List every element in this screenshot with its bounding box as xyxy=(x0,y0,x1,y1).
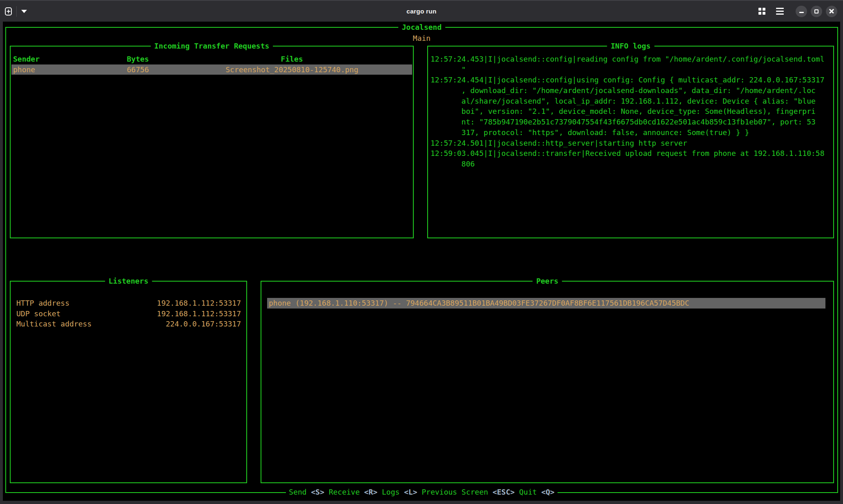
info-logs-panel: INFO logs 12:57:24.453|I|jocalsend::conf… xyxy=(427,46,834,238)
log-line: 12:57:24.453|I|jocalsend::config|reading… xyxy=(430,54,833,64)
log-line: 12:57:24.454|I|jocalsend::config|using c… xyxy=(430,75,833,85)
titlebar: cargo run xyxy=(0,0,843,22)
listeners-list: HTTP address 192.168.1.112:53317 UDP soc… xyxy=(11,282,246,329)
log-lines: 12:57:24.453|I|jocalsend::config|reading… xyxy=(428,47,833,169)
previous-screen-action-label: Previous Screen xyxy=(422,488,488,496)
list-item: Multicast address 224.0.0.167:53317 xyxy=(16,319,241,329)
titlebar-left-controls xyxy=(5,1,27,22)
receive-key-hint: <R> xyxy=(364,488,378,496)
maximize-button[interactable] xyxy=(811,6,822,17)
titlebar-right-controls xyxy=(758,1,837,22)
close-icon xyxy=(829,9,834,14)
console-window: cargo run Jocalsend Main Send <S> Receiv… xyxy=(0,0,843,504)
listener-value: 192.168.1.112:53317 xyxy=(157,298,241,309)
window-title: cargo run xyxy=(406,8,436,15)
terminal-screen[interactable]: Jocalsend Main Send <S> Receive <R> Logs… xyxy=(0,22,843,501)
listener-value: 192.168.1.112:53317 xyxy=(157,309,241,319)
grid-icon xyxy=(758,8,765,15)
column-header-sender: Sender xyxy=(13,54,40,64)
tab-overview-button[interactable] xyxy=(758,8,776,15)
incoming-transfer-requests-panel: Incoming Transfer Requests Sender Bytes … xyxy=(10,46,414,238)
footer-keybar: Send <S> Receive <R> Logs <L> Previous S… xyxy=(6,487,837,497)
menu-button[interactable] xyxy=(776,8,792,15)
quit-key-hint: <Q> xyxy=(541,488,555,496)
window-edge-left xyxy=(0,22,3,504)
new-tab-button[interactable] xyxy=(5,7,12,16)
log-line: 806 xyxy=(430,159,833,169)
send-key-hint: <S> xyxy=(311,488,325,496)
log-line: 12:57:24.501|I|jocalsend::http_server|st… xyxy=(430,138,833,149)
minimize-button[interactable] xyxy=(796,6,807,17)
info-logs-panel-title: INFO logs xyxy=(607,41,654,51)
column-header-files: Files xyxy=(281,54,303,64)
log-line: al/share/jocalsend", local_ip_addr: 192.… xyxy=(430,96,833,107)
listener-label: UDP socket xyxy=(16,309,60,319)
maximize-icon xyxy=(814,9,818,13)
list-item: HTTP address 192.168.1.112:53317 xyxy=(16,298,241,309)
row-bytes-cell: 66756 xyxy=(127,64,149,75)
listener-value: 224.0.0.167:53317 xyxy=(166,319,241,329)
quit-action-label: Quit xyxy=(519,488,537,496)
incoming-table-header: Sender Bytes Files xyxy=(11,54,412,64)
titlebar-divider xyxy=(16,6,17,17)
listeners-panel-title: Listeners xyxy=(105,276,152,286)
listeners-panel: Listeners HTTP address 192.168.1.112:533… xyxy=(10,281,247,483)
column-header-bytes: Bytes xyxy=(127,54,149,64)
minimize-icon xyxy=(799,12,804,13)
log-line: nt: "785b947190e2b51c7379047554f43f6675d… xyxy=(430,117,833,127)
list-item: UDP socket 192.168.1.112:53317 xyxy=(16,309,241,319)
send-action-label: Send xyxy=(289,488,306,496)
app-title: Jocalsend xyxy=(398,22,446,33)
receive-action-label: Receive xyxy=(329,488,360,496)
log-line: boi", version: "2.1", device_model: None… xyxy=(430,106,833,117)
listener-label: HTTP address xyxy=(16,298,69,309)
chevron-down-icon xyxy=(21,10,27,13)
row-files-cell: Screenshot_20250810-125740.png xyxy=(225,64,358,75)
row-sender-cell: phone xyxy=(13,64,35,75)
log-line: " xyxy=(430,64,833,75)
window-edge-right xyxy=(840,22,843,504)
list-item[interactable]: phone (192.168.1.110:53317) -- 794664CA3… xyxy=(267,298,825,309)
log-line: 317, protocol: "https", download: false,… xyxy=(430,127,833,138)
window-edge-bottom xyxy=(0,501,843,504)
screen-label: Main xyxy=(6,33,837,44)
tab-list-dropdown-button[interactable] xyxy=(21,10,27,13)
close-button[interactable] xyxy=(826,6,837,17)
peers-panel-title: Peers xyxy=(533,276,562,286)
hamburger-icon xyxy=(776,8,784,15)
logs-action-label: Logs xyxy=(382,488,399,496)
log-line: , download_dir: "/home/ardent/jocalsend-… xyxy=(430,85,833,96)
previous-screen-key-hint: <ESC> xyxy=(493,488,515,496)
listener-label: Multicast address xyxy=(16,319,91,329)
new-tab-icon xyxy=(5,7,12,16)
logs-key-hint: <L> xyxy=(404,488,417,496)
log-line: 12:59:03.045|I|jocalsend::transfer|Recei… xyxy=(430,148,833,159)
peers-panel: Peers phone (192.168.1.110:53317) -- 794… xyxy=(261,281,834,483)
incoming-panel-title: Incoming Transfer Requests xyxy=(151,41,273,51)
table-row[interactable]: phone 66756 Screenshot_20250810-125740.p… xyxy=(11,64,412,75)
